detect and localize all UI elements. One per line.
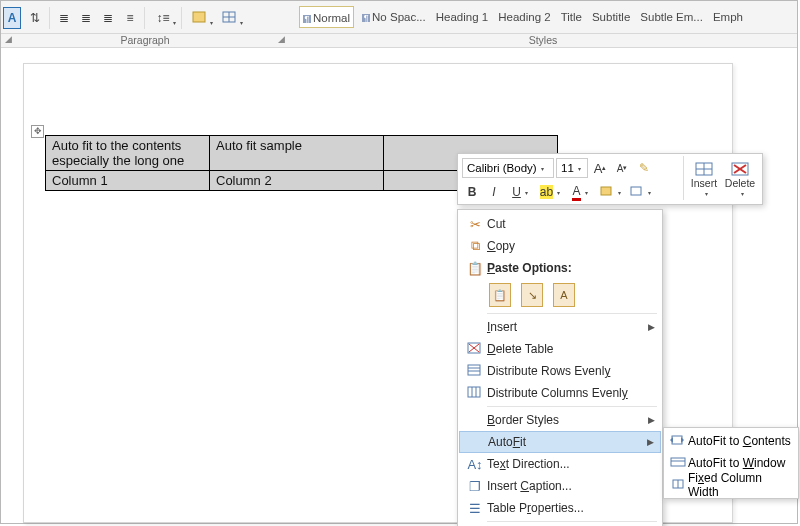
table-delete-icon: [731, 162, 749, 176]
submenu-fixed-width[interactable]: Fixed Column Width: [666, 474, 796, 496]
format-painter-icon[interactable]: ✎: [634, 158, 654, 178]
distribute-rows-icon: [463, 361, 487, 381]
delete-table-icon: [463, 339, 487, 359]
caption-icon: ❐: [463, 476, 487, 496]
group-label-styles: Styles: [289, 34, 797, 47]
borders-icon[interactable]: ▾: [215, 7, 245, 29]
shrink-font-icon[interactable]: A▾: [612, 158, 632, 178]
shading-icon[interactable]: ▾: [185, 7, 215, 29]
line-spacing-icon[interactable]: ↕≡▾: [148, 7, 178, 29]
table-move-handle-icon[interactable]: ✥: [31, 125, 44, 138]
numbering-icon[interactable]: ≣: [75, 7, 97, 29]
cell-r1c1[interactable]: Auto fit to the contents especially the …: [46, 136, 210, 171]
highlight-icon[interactable]: ab▾: [536, 182, 564, 202]
menu-paste-options: 📋 Paste Options:: [459, 257, 661, 279]
menu-distribute-rows[interactable]: Distribute Rows Evenly: [459, 360, 661, 382]
document-canvas[interactable]: ✥ Auto fit to the contents especially th…: [1, 49, 797, 523]
grow-font-icon[interactable]: A▴: [590, 158, 610, 178]
fixed-width-icon: [668, 476, 688, 494]
font-color-icon[interactable]: A▾: [566, 182, 594, 202]
borders-mini-icon[interactable]: ▾: [626, 182, 654, 202]
multilevel-list-icon[interactable]: ≣: [97, 7, 119, 29]
bullets-icon[interactable]: ≣: [53, 7, 75, 29]
menu-cut[interactable]: ✂ Cut: [459, 213, 661, 235]
underline-icon[interactable]: U▾: [506, 182, 534, 202]
svg-rect-0: [193, 12, 205, 22]
bold-icon[interactable]: B: [462, 182, 482, 202]
paste-keep-formatting-icon[interactable]: 📋: [489, 283, 511, 307]
cell-r1c2[interactable]: Auto fit sample: [210, 136, 384, 171]
submenu-arrow-icon: ▶: [647, 437, 660, 447]
menu-insert[interactable]: Insert ▶: [459, 316, 661, 338]
cut-icon: ✂: [463, 214, 487, 234]
autofit-submenu: AutoFit to Contents AutoFit to Window Fi…: [663, 427, 799, 499]
menu-table-properties[interactable]: ☰ Table Properties...: [459, 497, 661, 519]
mini-toolbar: Calibri (Body)▾ 11▾ A▴ A▾ ✎ B I U▾ ab▾ A…: [457, 153, 763, 205]
autofit-contents-icon: [668, 432, 688, 450]
para-left-launcher-icon[interactable]: ◢: [5, 34, 12, 44]
group-label-paragraph: Paragraph ◢ ◢: [1, 34, 289, 47]
menu-delete-table[interactable]: Delete Table: [459, 338, 661, 360]
menu-border-styles[interactable]: Border Styles ▶: [459, 409, 661, 431]
menu-insert-caption[interactable]: ❐ Insert Caption...: [459, 475, 661, 497]
font-size-combo[interactable]: 11▾: [556, 158, 588, 178]
font-family-combo[interactable]: Calibri (Body)▾: [462, 158, 554, 178]
style-emphasis[interactable]: Emph: [711, 6, 745, 28]
svg-rect-22: [671, 458, 685, 466]
style-normal[interactable]: ¶Normal: [299, 6, 354, 28]
menu-copy[interactable]: ⧉ Copy: [459, 235, 661, 257]
submenu-arrow-icon: ▶: [648, 415, 661, 425]
text-direction-icon: A↕: [463, 454, 487, 474]
cell-r2c2[interactable]: Column 2: [210, 171, 384, 191]
context-menu: ✂ Cut ⧉ Copy 📋 Paste Options: 📋 ↘ A Inse…: [457, 209, 663, 526]
submenu-arrow-icon: ▶: [648, 322, 661, 332]
svg-rect-5: [631, 187, 641, 195]
paste-merge-icon[interactable]: ↘: [521, 283, 543, 307]
menu-distribute-cols[interactable]: Distribute Columns Evenly: [459, 382, 661, 404]
italic-icon[interactable]: I: [484, 182, 504, 202]
format-painter-icon[interactable]: A: [3, 7, 21, 29]
autofit-window-icon: [668, 454, 688, 472]
copy-icon: ⧉: [463, 236, 487, 256]
cell-r2c1[interactable]: Column 1: [46, 171, 210, 191]
submenu-autofit-contents[interactable]: AutoFit to Contents: [666, 430, 796, 452]
paragraph-dialog-launcher-icon[interactable]: ◢: [278, 34, 285, 44]
ribbon-paragraph-group: A ⇅ ≣ ≣ ≣ ≡ ↕≡▾ ▾ ▾: [1, 1, 289, 34]
svg-rect-4: [601, 187, 611, 195]
style-heading2[interactable]: Heading 2: [496, 6, 552, 28]
table-delete-button[interactable]: Delete ▾: [722, 156, 758, 202]
properties-icon: ☰: [463, 498, 487, 518]
ribbon-styles-gallery[interactable]: ¶Normal ¶No Spac... Heading 1 Heading 2 …: [289, 1, 797, 33]
shading-mini-icon[interactable]: ▾: [596, 182, 624, 202]
svg-rect-21: [672, 436, 682, 444]
paste-icon: 📋: [463, 258, 487, 278]
table-insert-button[interactable]: Insert ▾: [686, 156, 722, 202]
paste-options-row: 📋 ↘ A: [459, 279, 661, 311]
align-left-icon[interactable]: ≡: [119, 7, 141, 29]
svg-rect-18: [468, 387, 480, 397]
style-subtle-em[interactable]: Subtle Em...: [638, 6, 705, 28]
svg-rect-15: [468, 365, 480, 375]
distribute-cols-icon: [463, 383, 487, 403]
style-heading1[interactable]: Heading 1: [434, 6, 490, 28]
style-title[interactable]: Title: [559, 6, 584, 28]
style-nospacing[interactable]: ¶No Spac...: [360, 6, 428, 28]
sort-icon[interactable]: ⇅: [24, 7, 46, 29]
paste-text-only-icon[interactable]: A: [553, 283, 575, 307]
menu-autofit[interactable]: AutoFit ▶: [459, 431, 661, 453]
table-insert-icon: [695, 162, 713, 176]
style-subtitle[interactable]: Subtitle: [590, 6, 632, 28]
menu-text-direction[interactable]: A↕ Text Direction...: [459, 453, 661, 475]
